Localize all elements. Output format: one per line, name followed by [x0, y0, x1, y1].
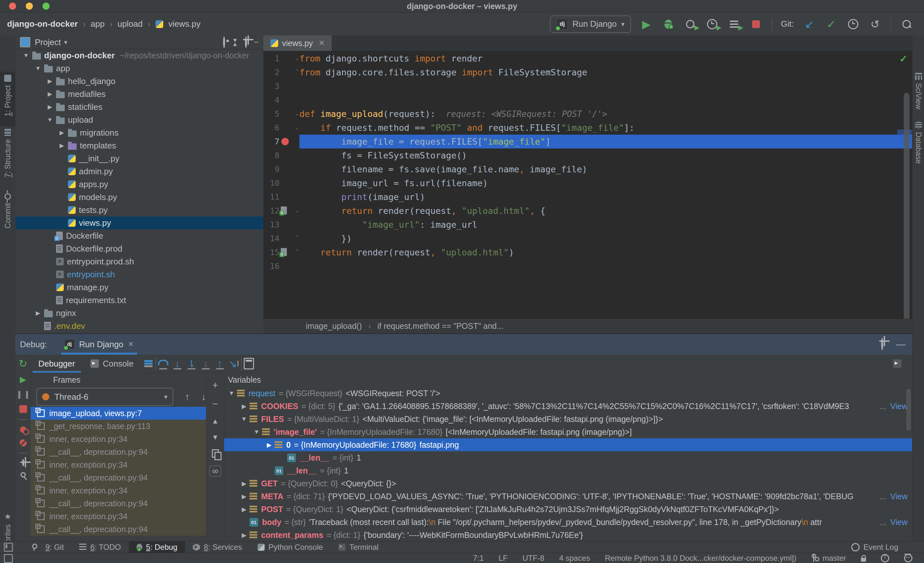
- status-caret-position[interactable]: 7:1: [473, 554, 484, 563]
- tree-item-views-py[interactable]: views.py: [15, 216, 263, 229]
- variable-row-body[interactable]: 01body= {str}'Traceback (most recent cal…: [224, 516, 912, 528]
- code-line-8[interactable]: 8 fs = FileSystemStorage(): [263, 149, 912, 162]
- code-editor[interactable]: 1⌄from django.shortcuts import render2⌃f…: [263, 51, 912, 273]
- variable-row-image_file[interactable]: ▼'image_file'= {InMemoryUploadedFile: 17…: [224, 425, 912, 438]
- line-number[interactable]: 14: [263, 234, 279, 243]
- tree-item-tests-py[interactable]: tests.py: [15, 204, 263, 216]
- frame-item[interactable]: image_upload, views.py:7: [31, 407, 206, 420]
- fold-marker-icon[interactable]: ⌄: [295, 109, 299, 116]
- code-line-10[interactable]: 10 image_url = fs.url(filename): [263, 176, 912, 190]
- breadcrumb-item[interactable]: upload: [117, 19, 142, 29]
- code-line-12[interactable]: 12⌄ return render(request, "upload.html"…: [263, 204, 912, 218]
- previous-frame-button[interactable]: ↑: [185, 391, 190, 402]
- fold-marker-icon[interactable]: ⌄: [295, 54, 299, 61]
- tab-debugger[interactable]: Debugger: [31, 354, 83, 373]
- tree-item-models-py[interactable]: models.py: [15, 191, 263, 204]
- fold-marker-icon[interactable]: ⌃: [295, 68, 299, 75]
- show-return-values-toggle[interactable]: ∞: [209, 465, 221, 477]
- tree-item-app[interactable]: ▼app: [15, 62, 263, 75]
- template-file-icon[interactable]: [281, 206, 287, 215]
- chevron-down-icon[interactable]: ▼: [226, 390, 237, 397]
- gutter[interactable]: [279, 162, 299, 176]
- event-log-button[interactable]: Event Log: [851, 543, 898, 552]
- code-line-7[interactable]: 7 image_file = request.FILES["image_file…: [263, 135, 912, 149]
- chevron-right-icon[interactable]: ▶: [238, 480, 249, 487]
- git-rollback-button[interactable]: ↺: [868, 18, 882, 31]
- line-number[interactable]: 9: [263, 165, 279, 174]
- variable-row-__len__[interactable]: 01__len__= {int}1: [224, 464, 912, 477]
- panel-settings-button[interactable]: [245, 38, 247, 47]
- run-configuration-select[interactable]: dj Run Django ▾: [550, 15, 631, 33]
- tree-item-migrations[interactable]: ▶migrations: [15, 126, 263, 139]
- breadcrumb-item[interactable]: app: [91, 19, 105, 29]
- variable-row-POST[interactable]: ▶POST= {QueryDict: 1}<QueryDict: {'csrfm…: [224, 503, 912, 516]
- code-line-3[interactable]: 3: [263, 79, 912, 93]
- search-everywhere-button[interactable]: [900, 18, 913, 31]
- hide-panel-button[interactable]: −: [254, 38, 259, 47]
- frame-item[interactable]: inner, exception.py:34: [31, 432, 206, 446]
- tree-item-entrypoint-prod-sh[interactable]: entrypoint.prod.sh: [15, 255, 263, 268]
- view-link[interactable]: View: [890, 492, 908, 501]
- fold-marker-icon[interactable]: ⌄: [295, 123, 299, 130]
- line-number[interactable]: 7: [263, 137, 279, 146]
- gutter[interactable]: [279, 135, 299, 149]
- resume-button[interactable]: ▶: [20, 375, 26, 384]
- line-number[interactable]: 6: [263, 123, 279, 132]
- tree-item---init---py[interactable]: __init__.py: [15, 152, 263, 165]
- add-watch-button[interactable]: +: [213, 380, 218, 391]
- debug-button[interactable]: [662, 18, 675, 31]
- sidebar-item-sciview[interactable]: SciView: [912, 73, 924, 115]
- chevron-right-icon[interactable]: ▶: [58, 142, 66, 149]
- tree-item-hello-django[interactable]: ▶hello_django: [15, 75, 263, 88]
- chevron-down-icon[interactable]: ▼: [22, 52, 30, 59]
- gutter[interactable]: ⌄: [279, 107, 299, 121]
- chevron-right-icon[interactable]: ▶: [46, 90, 54, 98]
- step-into-button[interactable]: ↓: [170, 357, 184, 371]
- line-number[interactable]: 5: [263, 109, 279, 119]
- view-link[interactable]: View: [890, 402, 908, 411]
- git-history-button[interactable]: [847, 18, 860, 31]
- tree-item-dockerfile-prod[interactable]: Dockerfile.prod: [15, 242, 263, 255]
- chevron-right-icon[interactable]: ▶: [238, 531, 249, 539]
- frame-item[interactable]: __call__, deprecation.py:94: [31, 471, 206, 484]
- status-indent-style[interactable]: 4 spaces: [559, 554, 590, 563]
- line-number[interactable]: 10: [263, 179, 279, 188]
- sidebar-item-structure[interactable]: 7: Structure: [0, 129, 15, 183]
- chevron-right-icon[interactable]: ▶: [238, 493, 249, 500]
- tree-item-nginx[interactable]: ▶nginx: [15, 306, 263, 320]
- tree-item-mediafiles[interactable]: ▶mediafiles: [15, 88, 263, 101]
- gear-question-icon[interactable]: [881, 554, 889, 562]
- gutter[interactable]: [279, 176, 299, 190]
- toolwindow-button-services[interactable]: 8: Services: [185, 541, 250, 553]
- move-down-button[interactable]: ▼: [212, 433, 219, 441]
- chevron-down-icon[interactable]: ▾: [64, 38, 67, 46]
- code-line-16[interactable]: 16: [263, 259, 912, 273]
- editor-tab-views-py[interactable]: views.py ✕: [263, 35, 332, 51]
- hide-debug-panel-button[interactable]: —: [896, 339, 906, 350]
- line-number[interactable]: 3: [263, 81, 279, 91]
- code-line-1[interactable]: 1⌄from django.shortcuts import render: [263, 51, 912, 65]
- run-button[interactable]: ▶: [640, 18, 653, 31]
- frame-item[interactable]: __call__, deprecation.py:94: [31, 446, 206, 458]
- tree-item-django-on-docker[interactable]: ▼django-on-docker~/repos/testdriven/djan…: [15, 49, 263, 62]
- pin-tab-button[interactable]: [21, 472, 26, 477]
- bottom-left-panel-icon[interactable]: [4, 554, 13, 563]
- chevron-right-icon[interactable]: ▶: [46, 104, 54, 111]
- tree-item-staticfiles[interactable]: ▶staticfiles: [15, 101, 263, 113]
- chevron-right-icon[interactable]: ▶: [238, 506, 249, 513]
- stop-process-button[interactable]: [20, 405, 27, 413]
- gutter[interactable]: [279, 79, 299, 93]
- pause-button[interactable]: [18, 391, 28, 399]
- frame-item[interactable]: __call__, deprecation.py:94: [31, 497, 206, 510]
- status-interpreter[interactable]: Remote Python 3.8.0 Dock...cker/docker-c…: [605, 554, 796, 563]
- variable-row-FILES[interactable]: ▼FILES= {MultiValueDict: 1}<MultiValueDi…: [224, 413, 912, 425]
- code-line-2[interactable]: 2⌃from django.core.files.storage import …: [263, 65, 912, 79]
- force-step-into-button[interactable]: ↓: [199, 357, 213, 371]
- run-to-cursor-button[interactable]: ↘I: [227, 357, 241, 371]
- variable-row-COOKIES[interactable]: ▶COOKIES= {dict: 5}{'_ga': 'GA1.1.266408…: [224, 400, 912, 413]
- chevron-down-icon[interactable]: ▼: [251, 428, 262, 435]
- variables-scrollbar[interactable]: [906, 389, 911, 431]
- git-commit-button[interactable]: ✓: [825, 18, 838, 31]
- step-over-button[interactable]: [156, 357, 170, 371]
- sidebar-item-project[interactable]: 1: Project: [0, 72, 15, 126]
